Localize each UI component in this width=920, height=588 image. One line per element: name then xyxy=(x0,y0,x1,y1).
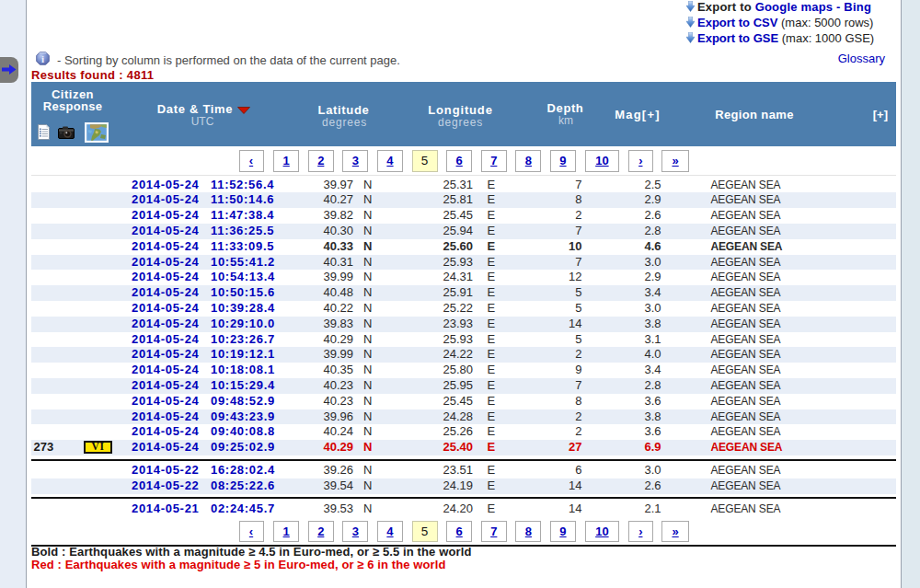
svg-text:i: i xyxy=(41,52,44,63)
